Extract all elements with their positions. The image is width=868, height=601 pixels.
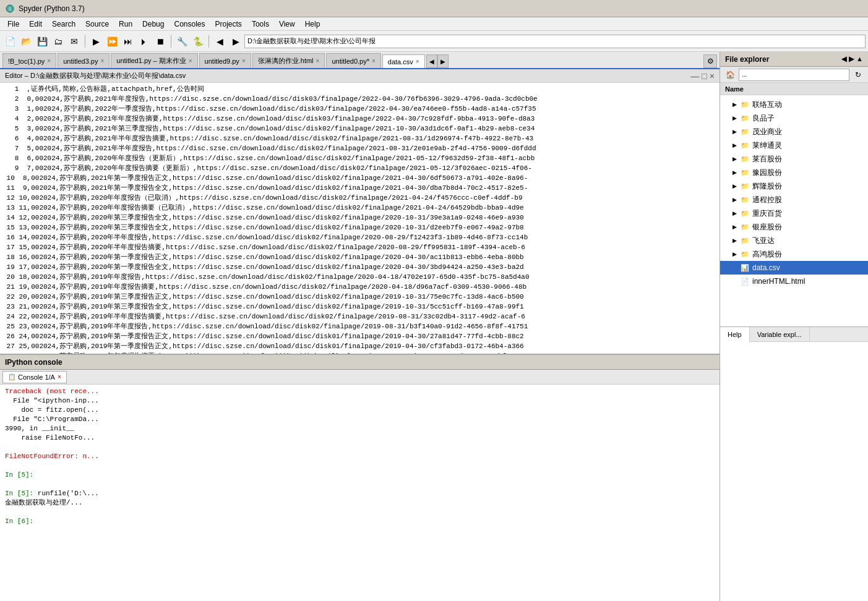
tree-folder-yuyuan[interactable]: ▶ 📁 豫园股份 — [720, 166, 868, 179]
fe-refresh-btn[interactable]: ↻ — [851, 67, 866, 82]
folder-icon-12: 📁 — [740, 250, 750, 258]
close-tab-untitled3[interactable]: × — [100, 58, 104, 64]
save-all-btn[interactable]: 🗂 — [51, 34, 66, 49]
help-tab[interactable]: Help — [720, 327, 750, 342]
folder-icon-5: 📁 — [740, 155, 750, 163]
minimize-editor-icon[interactable]: — — [690, 71, 699, 81]
folder-icon-4: 📁 — [740, 141, 750, 150]
file-tree[interactable]: ▶ 📁 联络互动 ▶ 📁 良品子 ▶ 📁 茂业商业 — [720, 95, 868, 326]
tree-folder-laish[interactable]: ▶ 📁 莱绅通灵 — [720, 139, 868, 152]
run-btn[interactable]: ▶ — [88, 34, 103, 49]
mail-btn[interactable]: ✉ — [67, 34, 82, 49]
sep1 — [85, 35, 85, 48]
code-line-7: 7 5,002024,苏宁易购,2021年半年度报告,https://disc.… — [2, 143, 717, 153]
menu-tools[interactable]: Tools — [247, 19, 274, 30]
folder-label-4: 莱绅通灵 — [752, 140, 782, 151]
code-line-11: 11 9,002024,苏宁易购,2021年第一季度报告全文,https://d… — [2, 183, 717, 193]
tab-html[interactable]: 张淋漓的作业.html × — [252, 53, 325, 68]
menu-projects[interactable]: Projects — [210, 19, 247, 30]
close-tab-untitled9[interactable]: × — [242, 58, 246, 64]
tree-folder-huilong[interactable]: ▶ 📁 辉隆股份 — [720, 179, 868, 193]
app-icon: S — [5, 4, 15, 14]
tab-scroll-right[interactable]: ▶ — [437, 54, 449, 68]
code-content[interactable]: 1 ,证券代码,简称,公告标题,attachpath,href,公告时间 2 0… — [0, 83, 720, 354]
step-btn[interactable]: ⏭ — [121, 34, 135, 49]
console-close-icon[interactable]: × — [58, 373, 61, 380]
code-line-24: 24 22,002024,苏宁易购,2019年半年度报告摘要,https://d… — [2, 312, 717, 322]
tree-folder-laibai[interactable]: ▶ 📁 莱百股份 — [720, 152, 868, 166]
tab-untitled3[interactable]: untitled3.py × — [58, 53, 110, 68]
tab-data-csv[interactable]: data.csv × — [382, 54, 425, 69]
varexp-tab[interactable]: Variable expl... — [750, 327, 810, 342]
console-tab-icon: 📋 — [8, 373, 15, 380]
menu-search[interactable]: Search — [47, 19, 80, 30]
open-btn[interactable]: 📂 — [19, 34, 33, 49]
in5-run: In [5]: runfile('D:\... — [5, 489, 715, 498]
tab-b-toc[interactable]: !B_toc(1).py × — [2, 53, 56, 68]
fe-up-icon[interactable]: ▲ — [856, 55, 863, 63]
traceback-blank1 — [5, 443, 715, 452]
close-tab-b-toc[interactable]: × — [47, 58, 51, 64]
menu-view[interactable]: View — [274, 19, 300, 30]
code-line-4: 4 2,002024,苏宁易购,2021年年度报告摘要,https://disc… — [2, 114, 717, 124]
python-btn[interactable]: 🐍 — [191, 34, 205, 49]
close-editor-icon[interactable]: × — [710, 71, 715, 81]
file-arrow-1 — [733, 265, 740, 271]
tree-folder-maoy[interactable]: ▶ 📁 茂业商业 — [720, 125, 868, 139]
menu-file[interactable]: File — [2, 19, 24, 30]
menu-edit[interactable]: Edit — [24, 19, 47, 30]
tree-folder-gaohong[interactable]: ▶ 📁 高鸿股份 — [720, 247, 868, 261]
close-tab-untitled0[interactable]: × — [372, 58, 376, 64]
new-file-btn[interactable]: 📄 — [2, 34, 17, 49]
bottom-right-panel: Help Variable expl... — [720, 326, 868, 601]
close-tab-untitled1[interactable]: × — [189, 58, 192, 64]
continue-btn[interactable]: ⏵ — [137, 34, 152, 49]
tab-untitled1[interactable]: untitled1.py – 期末作业 × — [111, 53, 197, 68]
stop-btn[interactable]: ⏹ — [153, 34, 168, 49]
tab-untitled9[interactable]: untitled9.py × — [199, 53, 251, 68]
menu-source[interactable]: Source — [80, 19, 114, 30]
menu-debug[interactable]: Debug — [137, 19, 169, 30]
tree-folder-chongqing[interactable]: ▶ 📁 重庆百货 — [720, 207, 868, 220]
code-line-12: 12 10,002024,苏宁易购,2020年年度报告（已取消）,https:/… — [2, 193, 717, 203]
folder-label-1: 联络互动 — [752, 100, 782, 110]
menu-run[interactable]: Run — [114, 19, 137, 30]
run-cell-btn[interactable]: ⏩ — [105, 34, 119, 49]
menu-consoles[interactable]: Consoles — [169, 19, 210, 30]
code-line-6: 6 4,002024,苏宁易购,2021年半年度报告摘要,https://dis… — [2, 134, 717, 143]
code-line-22: 22 20,002024,苏宁易购,2019年第三季度报告正文,https://… — [2, 292, 717, 302]
folder-arrow-10: ▶ — [733, 224, 740, 230]
editor-path-bar: Editor – D:\金融数据获取与处理\期末作业\公司年报\data.csv… — [0, 69, 720, 83]
tree-file-innerhtml[interactable]: 📄 innerHTML.html — [720, 275, 868, 288]
tab-untitled0[interactable]: untitled0.py* × — [326, 53, 380, 68]
prompt-blank2 — [5, 508, 715, 517]
tree-folder-yinzuo[interactable]: ▶ 📁 银座股份 — [720, 220, 868, 234]
console-content[interactable]: Traceback (most rece... File "<ipython-i… — [0, 385, 720, 601]
folder-label-9: 重庆百货 — [752, 208, 782, 219]
debug-btn[interactable]: 🔧 — [174, 34, 189, 49]
fe-home-btn[interactable]: 🏠 — [723, 67, 737, 82]
tree-folder-liangpin[interactable]: ▶ 📁 良品子 — [720, 111, 868, 125]
console-tab-1[interactable]: 📋 Console 1/A × — [2, 371, 67, 383]
tree-folder-lianjie[interactable]: ▶ 📁 联络互动 — [720, 98, 868, 111]
fe-forward-icon[interactable]: ▶ — [849, 55, 854, 63]
maximize-editor-icon[interactable]: □ — [702, 71, 707, 81]
tab-scroll-left[interactable]: ◀ — [426, 54, 437, 68]
save-btn[interactable]: 💾 — [35, 34, 49, 49]
close-tab-data-csv[interactable]: × — [416, 58, 419, 65]
tree-file-data-csv[interactable]: 📊 data.csv — [720, 261, 868, 275]
folder-icon-7: 📁 — [740, 182, 750, 190]
fe-path-input[interactable]: ... — [739, 69, 849, 81]
tree-folder-feiya[interactable]: ▶ 📁 飞亚达 — [720, 234, 868, 247]
fe-back-icon[interactable]: ◀ — [841, 55, 846, 63]
forward-btn[interactable]: ▶ — [228, 34, 243, 49]
code-line-18: 18 16,002024,苏宁易购,2020年第一季度报告正文,https://… — [2, 252, 717, 262]
tab-options[interactable]: ⚙ — [703, 54, 717, 68]
menu-help[interactable]: Help — [300, 19, 325, 30]
folder-label-8: 通程控股 — [752, 195, 782, 205]
tree-folder-tongcheng[interactable]: ▶ 📁 通程控股 — [720, 193, 868, 207]
bottom-layout: IPython console 📋 Console 1/A × Tracebac… — [0, 355, 720, 601]
code-line-19: 19 17,002024,苏宁易购,2020年第一季度报告全文,https://… — [2, 262, 717, 272]
close-tab-html[interactable]: × — [316, 58, 320, 64]
back-btn[interactable]: ◀ — [212, 34, 227, 49]
